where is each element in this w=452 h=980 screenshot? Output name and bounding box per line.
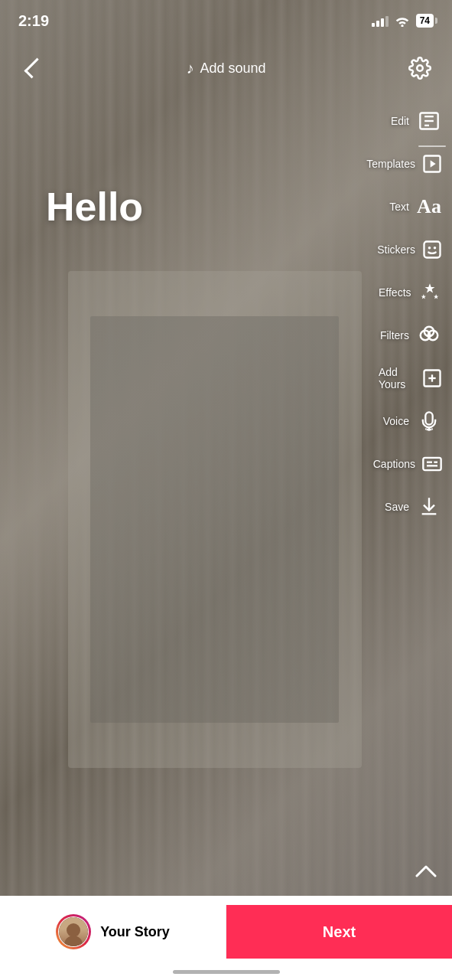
- wifi-icon: [395, 15, 410, 27]
- chevron-left-icon: [24, 58, 45, 79]
- stickers-icon: [421, 236, 443, 263]
- templates-icon: [421, 150, 443, 178]
- add-sound-label: Add sound: [200, 60, 265, 77]
- voice-button[interactable]: Voice: [376, 400, 446, 443]
- avatar: [59, 917, 88, 946]
- your-story-button[interactable]: Your Story: [0, 905, 226, 959]
- home-indicator: [173, 970, 280, 974]
- add-sound-button[interactable]: ♪ Add sound: [186, 60, 265, 77]
- right-toolbar: Edit Templates Text Aa Stickers: [376, 100, 452, 528]
- avatar-ring: [56, 914, 91, 949]
- bottom-bar: Your Story Next: [0, 896, 452, 980]
- svg-rect-17: [423, 458, 441, 470]
- add-yours-label: Add Yours: [379, 366, 415, 390]
- filters-label: Filters: [380, 329, 409, 341]
- add-yours-button[interactable]: Add Yours: [376, 357, 446, 400]
- save-icon: [415, 493, 443, 521]
- collapse-button[interactable]: [409, 854, 443, 888]
- text-label: Text: [389, 201, 409, 213]
- status-time: 2:19: [18, 12, 49, 30]
- captions-icon: [421, 450, 443, 478]
- templates-label: Templates: [366, 158, 415, 170]
- text-button[interactable]: Text Aa: [376, 185, 446, 228]
- next-label: Next: [323, 923, 356, 941]
- filters-icon: [415, 322, 443, 349]
- back-button[interactable]: [15, 51, 49, 85]
- edit-label: Edit: [391, 115, 409, 127]
- voice-label: Voice: [383, 415, 409, 427]
- templates-button[interactable]: Templates: [376, 142, 446, 185]
- your-story-label: Your Story: [100, 924, 170, 940]
- stickers-label: Stickers: [377, 243, 415, 256]
- captions-button[interactable]: Captions: [376, 443, 446, 485]
- edit-button[interactable]: Edit: [376, 100, 446, 142]
- chevron-up-icon: [415, 865, 437, 877]
- battery-icon: 74: [416, 14, 434, 28]
- edit-icon: [415, 107, 443, 135]
- svg-point-0: [417, 65, 423, 71]
- filters-button[interactable]: Filters: [376, 314, 446, 357]
- svg-point-8: [428, 247, 431, 250]
- add-yours-icon: [421, 364, 443, 392]
- music-note-icon: ♪: [186, 60, 193, 77]
- status-bar: 2:19 74: [0, 0, 452, 41]
- text-icon: Aa: [415, 193, 443, 220]
- voice-icon: [415, 407, 443, 435]
- status-icons: 74: [372, 14, 434, 28]
- svg-marker-6: [431, 160, 436, 167]
- gear-icon: [408, 57, 431, 80]
- stickers-button[interactable]: Stickers: [376, 228, 446, 271]
- effects-label: Effects: [379, 286, 411, 299]
- settings-button[interactable]: [403, 51, 437, 85]
- save-label: Save: [385, 501, 409, 513]
- next-button[interactable]: Next: [226, 905, 452, 959]
- effects-icon: [418, 279, 443, 306]
- battery-level: 74: [420, 15, 430, 26]
- avatar-face: [59, 917, 88, 946]
- save-button[interactable]: Save: [376, 485, 446, 528]
- top-bar: ♪ Add sound: [0, 41, 452, 95]
- svg-point-9: [434, 247, 437, 250]
- effects-button[interactable]: Effects: [376, 271, 446, 314]
- story-text: Hello: [46, 184, 143, 230]
- svg-rect-7: [424, 242, 441, 258]
- signal-icon: [372, 15, 389, 27]
- captions-label: Captions: [373, 458, 415, 470]
